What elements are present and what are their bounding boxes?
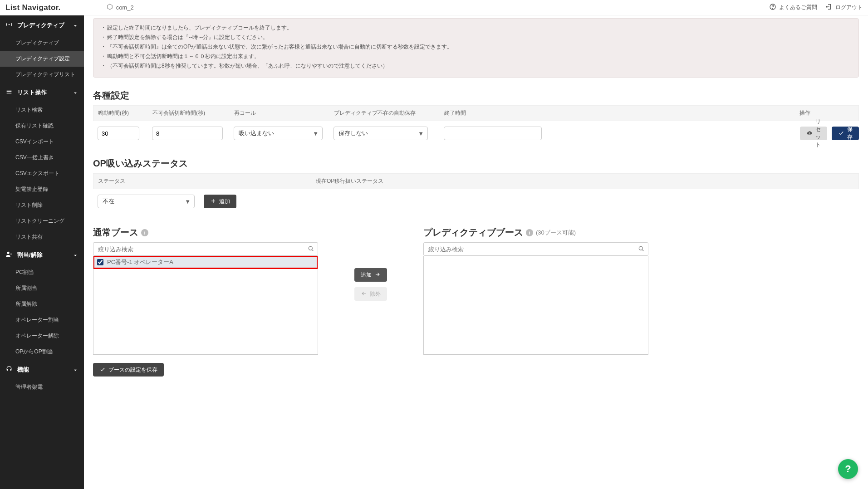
- settings-header-row: 鳴動時間(秒) 不可会話切断時間(秒) 再コール プレディクティブ不在の自動保存…: [93, 105, 859, 121]
- arrow-right-icon: [374, 271, 381, 279]
- chevron-up-icon: [72, 88, 78, 96]
- sidebar-item-predictive[interactable]: プレディクティブ: [0, 35, 84, 51]
- normal-booth-list: PC番号-1 オペレーターA: [93, 256, 318, 355]
- section-title-settings: 各種設定: [93, 89, 859, 102]
- sidebar-item-list-owned[interactable]: 保有リスト確認: [0, 118, 84, 134]
- sidebar-item-pc-assign[interactable]: PC割当: [0, 264, 84, 280]
- tenant-indicator: com_2: [106, 3, 134, 12]
- chevron-up-icon: [72, 251, 78, 259]
- sidebar-item-csv-overwrite[interactable]: CSV一括上書き: [0, 150, 84, 166]
- opstatus-add-button[interactable]: 追加: [204, 195, 236, 208]
- cloud-upload-icon: [806, 130, 813, 137]
- reset-button[interactable]: リセット: [800, 127, 827, 140]
- predictive-booth-search[interactable]: [423, 242, 648, 256]
- recall-select-value: 吸い込まない: [239, 129, 274, 137]
- booths-section: 通常ブース i PC番号-1 オペレーターA: [93, 226, 859, 355]
- opstatus-select-value: 不在: [103, 197, 114, 205]
- sidebar-item-list-search[interactable]: リスト検索: [0, 102, 84, 118]
- save-label: 保存: [847, 126, 853, 141]
- app-header: List Navigator. com_2 よくあるご質問 ログアウト: [0, 0, 868, 15]
- col-cut-header: 不可会話切断時間(秒): [152, 109, 234, 117]
- info-icon[interactable]: i: [526, 229, 533, 236]
- faq-link[interactable]: よくあるご質問: [769, 3, 817, 12]
- main-content: 設定した終了時間になりましたら、プレディクティブコールを終了します。 終了時間設…: [84, 15, 868, 489]
- notice-line: （不可会話切断時間は8秒を推奨しています。秒数が短い場合、「あふれ呼」になりやす…: [101, 61, 851, 71]
- booth-remove-button[interactable]: 除外: [354, 287, 387, 301]
- recall-select[interactable]: 吸い込まない ▼: [234, 127, 323, 140]
- chevron-up-icon: [72, 366, 78, 373]
- sidebar-item-admin-call[interactable]: 管理者架電: [0, 379, 84, 395]
- sidebar-item-csv-import[interactable]: CSVインポート: [0, 134, 84, 150]
- notice-line: 設定した終了時間になりましたら、プレディクティブコールを終了します。: [101, 23, 851, 33]
- sidebar-item-group-unassign[interactable]: 所属解除: [0, 296, 84, 312]
- svg-point-1: [772, 8, 773, 9]
- normal-booth-row[interactable]: PC番号-1 オペレーターA: [93, 256, 318, 269]
- sidebar-item-predictive-list[interactable]: プレディクティブリスト: [0, 67, 84, 83]
- sidebar-group-assign[interactable]: 割当/解除: [0, 245, 84, 264]
- plus-icon: [210, 198, 216, 205]
- headset-icon: [5, 365, 13, 374]
- sidebar-group-label: 機能: [17, 366, 29, 374]
- normal-booth-row-checkbox[interactable]: [97, 259, 103, 265]
- sidebar-item-operator-unassign[interactable]: オペレーター解除: [0, 328, 84, 344]
- notice-box: 設定した終了時間になりましたら、プレディクティブコールを終了します。 終了時間設…: [93, 18, 859, 78]
- brand-title: List Navigator.: [5, 3, 61, 12]
- sidebar-item-op-to-op-assign[interactable]: OPからOP割当: [0, 344, 84, 360]
- booth-add-button[interactable]: 追加: [354, 268, 387, 282]
- sidebar-item-list-cleaning[interactable]: リストクリーニング: [0, 213, 84, 229]
- col-end-header: 終了時間: [444, 109, 594, 117]
- sidebar-item-group-assign[interactable]: 所属割当: [0, 280, 84, 296]
- autosave-select[interactable]: 保存しない ▼: [333, 127, 428, 140]
- svg-point-2: [7, 252, 9, 254]
- section-title-opstatus: OP吸い込みステータス: [93, 157, 859, 170]
- chevron-up-icon: [72, 21, 78, 29]
- broadcast-icon: [5, 21, 13, 29]
- info-icon[interactable]: i: [141, 229, 148, 236]
- predictive-booth-list: [423, 256, 648, 355]
- help-fab[interactable]: ?: [838, 459, 858, 479]
- tenant-name: com_2: [116, 4, 134, 11]
- sidebar-item-list-delete[interactable]: リスト削除: [0, 197, 84, 213]
- list-icon: [5, 88, 13, 97]
- col-ops-header: 操作: [799, 109, 854, 117]
- reset-label: リセット: [815, 118, 821, 149]
- sidebar-item-operator-assign[interactable]: オペレーター割当: [0, 312, 84, 328]
- end-time-input[interactable]: [444, 127, 542, 140]
- autosave-select-value: 保存しない: [338, 129, 368, 137]
- sidebar-item-csv-export[interactable]: CSVエクスポート: [0, 166, 84, 181]
- normal-booth-row-label: PC番号-1 オペレーターA: [107, 258, 173, 266]
- predictive-booth-sub: (30ブース可能): [536, 229, 576, 237]
- sidebar-item-predictive-settings[interactable]: プレディクティブ設定: [0, 51, 84, 67]
- opstatus-add-label: 追加: [219, 198, 230, 205]
- sidebar-item-list-share[interactable]: リスト共有: [0, 229, 84, 245]
- save-button[interactable]: 保存: [832, 127, 859, 140]
- save-booth-button[interactable]: ブースの設定を保存: [93, 363, 164, 377]
- cut-time-input[interactable]: [152, 127, 223, 140]
- sidebar-item-dnc-register[interactable]: 架電禁止登録: [0, 181, 84, 197]
- opstatus-value-row: 不在 ▼ 追加: [93, 189, 859, 214]
- opstatus-col-status: ステータス: [98, 177, 316, 185]
- ring-time-input[interactable]: [98, 127, 139, 140]
- svg-point-3: [309, 246, 312, 250]
- sidebar-group-list[interactable]: リスト操作: [0, 83, 84, 102]
- check-icon: [99, 366, 106, 374]
- notice-line: 鳴動時間と不可会話切断時間は１～６０秒内に設定出来ます。: [101, 52, 851, 61]
- sidebar-group-features[interactable]: 機能: [0, 360, 84, 379]
- predictive-booth-title: プレディクティブブース: [423, 226, 523, 239]
- booth-remove-label: 除外: [370, 290, 381, 298]
- opstatus-header-row: ステータス 現在OP移行扱いステータス: [93, 173, 859, 189]
- sidebar-group-predictive[interactable]: プレディクティブ: [0, 15, 84, 35]
- booth-transfer-actions: 追加 除外: [354, 226, 387, 301]
- arrow-left-icon: [361, 290, 367, 298]
- normal-booth-search[interactable]: [93, 242, 318, 256]
- search-icon: [307, 245, 314, 254]
- col-ring-header: 鳴動時間(秒): [98, 109, 152, 117]
- cube-icon: [106, 3, 113, 12]
- opstatus-select[interactable]: 不在 ▼: [98, 195, 195, 208]
- logout-link[interactable]: ログアウト: [825, 3, 863, 12]
- svg-point-4: [639, 246, 642, 250]
- caret-down-icon: ▼: [313, 130, 319, 137]
- help-circle-icon: [769, 3, 776, 12]
- normal-booth-panel: 通常ブース i PC番号-1 オペレーターA: [93, 226, 318, 355]
- user-minus-icon: [5, 250, 13, 259]
